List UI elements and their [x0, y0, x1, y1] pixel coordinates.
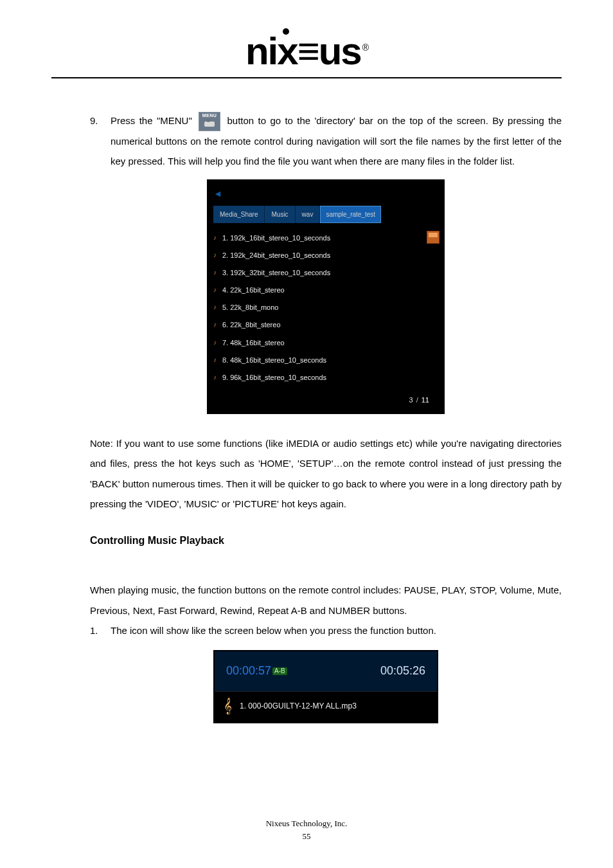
brand-logo: nix≡us®: [51, 32, 562, 71]
time-total: 00:05:26: [380, 659, 425, 683]
file-list: ♪1. 192k_16bit_stereo_10_seconds ♪2. 192…: [208, 226, 443, 389]
list-item: ♪8. 48k_16bit_stereo_10_seconds: [212, 352, 440, 369]
menu-icon: [204, 122, 215, 127]
back-arrow-icon: ◄: [213, 185, 438, 203]
step-1-number: 1.: [90, 620, 111, 641]
menu-button-icon: MENU: [199, 112, 220, 131]
footer-page-number: 55: [0, 830, 613, 843]
step-1: 1. The icon will show like the screen be…: [90, 620, 562, 641]
directory-screenshot: ◄ Media_Share Music wav sample_rate_test…: [207, 179, 445, 414]
playback-screenshot: 00:00:57A-B 00:05:26 𝄞 1. 000-00GUILTY-1…: [213, 650, 438, 723]
step-9: 9. Press the "MENU" MENU button to go to…: [90, 111, 562, 172]
music-note-icon: ♪: [213, 248, 217, 262]
crumb-sample-rate-test: sample_rate_test: [320, 206, 381, 223]
step-9-number: 9.: [90, 111, 111, 172]
crumb-music: Music: [265, 206, 295, 223]
music-note-icon: ♪: [213, 300, 217, 314]
registered-mark: ®: [362, 42, 368, 53]
list-item: ♪5. 22k_8bit_mono: [212, 299, 440, 316]
step-1-text: The icon will show like the screen below…: [111, 620, 562, 641]
treble-clef-icon: 𝄞: [224, 699, 232, 713]
music-note-icon: ♪: [213, 336, 217, 349]
music-note-icon: ♪: [213, 266, 217, 279]
time-elapsed: 00:00:57A-B: [226, 659, 287, 683]
list-item: ♪3. 192k_32bit_stereo_10_seconds: [212, 264, 440, 282]
page-current: 3: [409, 396, 413, 404]
list-item: ♪4. 22k_16bit_stereo: [212, 282, 440, 299]
track-name: 1. 000-00GUILTY-12-MY ALL.mp3: [240, 698, 357, 714]
list-item: ♪1. 192k_16bit_stereo_10_seconds: [212, 230, 440, 247]
crumb-wav: wav: [296, 206, 321, 223]
step-9-body: Press the "MENU" MENU button to go to th…: [111, 111, 562, 172]
footer-company: Nixeus Technology, Inc.: [0, 817, 613, 830]
menu-button-label: MENU: [199, 113, 220, 118]
music-note-icon: ♪: [213, 370, 217, 384]
page-indicator: 3 / 11: [208, 389, 443, 413]
list-item: ♪9. 96k_16bit_stereo_10_seconds: [212, 369, 440, 386]
note-paragraph: Note: If you want to use some functions …: [90, 433, 562, 514]
step-9-text-before: Press the "MENU": [111, 115, 192, 126]
ab-repeat-badge: A-B: [272, 667, 287, 675]
page-total: 11: [422, 396, 429, 404]
music-intro-paragraph: When playing music, the function buttons…: [90, 580, 562, 620]
page-footer: Nixeus Technology, Inc. 55: [0, 817, 613, 842]
list-item: ♪7. 48k_16bit_stereo: [212, 334, 440, 352]
header-divider: [51, 77, 562, 78]
list-item: ♪6. 22k_8bit_stereo: [212, 316, 440, 334]
music-note-icon: ♪: [213, 318, 217, 331]
logo-text: nix≡us: [245, 30, 361, 73]
music-note-icon: ♪: [213, 231, 217, 244]
music-note-icon: ♪: [213, 283, 217, 296]
breadcrumb: Media_Share Music wav sample_rate_test: [213, 206, 438, 223]
music-note-icon: ♪: [213, 353, 217, 366]
crumb-media-share: Media_Share: [213, 206, 265, 223]
list-item: ♪2. 192k_24bit_stereo_10_seconds: [212, 247, 440, 264]
page-separator: /: [416, 396, 418, 404]
section-heading-controlling-music-playback: Controlling Music Playback: [90, 534, 562, 548]
